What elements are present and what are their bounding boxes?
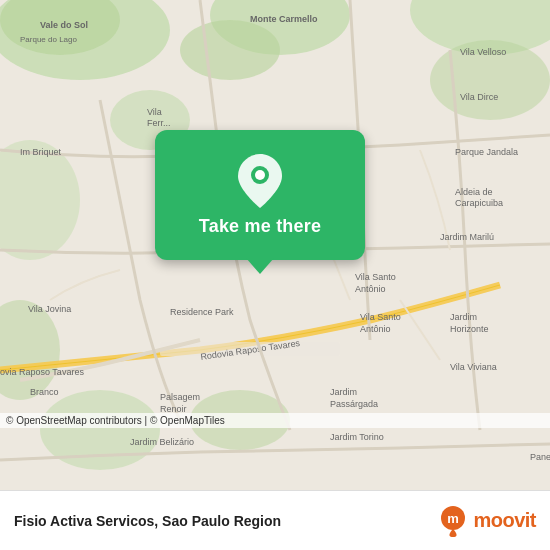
- svg-text:Parque Jandala: Parque Jandala: [455, 147, 518, 157]
- location-title: Fisio Activa Servicos, Sao Paulo Region: [14, 513, 437, 529]
- svg-text:Branco: Branco: [30, 387, 59, 397]
- moovit-icon: m: [437, 505, 469, 537]
- svg-text:Vila Dirce: Vila Dirce: [460, 92, 498, 102]
- location-pin-icon: [238, 154, 282, 208]
- svg-text:Vale do Sol: Vale do Sol: [40, 20, 88, 30]
- svg-text:Jardim: Jardim: [450, 312, 477, 322]
- svg-text:Monte Carmello: Monte Carmello: [250, 14, 318, 24]
- bottom-bar: Fisio Activa Servicos, Sao Paulo Region …: [0, 490, 550, 550]
- svg-text:Jardim: Jardim: [330, 387, 357, 397]
- svg-point-4: [180, 20, 280, 80]
- svg-text:Vila Santo: Vila Santo: [360, 312, 401, 322]
- svg-text:Vila Santo: Vila Santo: [355, 272, 396, 282]
- svg-text:Vila Jovina: Vila Jovina: [28, 304, 71, 314]
- svg-text:Horizonte: Horizonte: [450, 324, 489, 334]
- take-me-there-label: Take me there: [199, 216, 321, 237]
- svg-text:Aldeia de: Aldeia de: [455, 187, 493, 197]
- moovit-logo: m moovit: [437, 505, 536, 537]
- location-info: Fisio Activa Servicos, Sao Paulo Region: [14, 513, 437, 529]
- svg-text:Jardim Torino: Jardim Torino: [330, 432, 384, 442]
- svg-text:Antônio: Antônio: [355, 284, 386, 294]
- moovit-wordmark: moovit: [473, 509, 536, 532]
- svg-text:Ferr...: Ferr...: [147, 118, 171, 128]
- map-attribution: © OpenStreetMap contributors | © OpenMap…: [0, 413, 550, 428]
- svg-text:Vila Velloso: Vila Velloso: [460, 47, 506, 57]
- svg-text:Vila: Vila: [147, 107, 162, 117]
- svg-text:Jardim Marilú: Jardim Marilú: [440, 232, 494, 242]
- svg-text:ovia Raposo Tavares: ovia Raposo Tavares: [0, 367, 84, 377]
- svg-text:Passárgada: Passárgada: [330, 399, 378, 409]
- svg-text:Residence Park: Residence Park: [170, 307, 234, 317]
- svg-text:Im Briquet: Im Briquet: [20, 147, 62, 157]
- svg-text:Jardim Belizário: Jardim Belizário: [130, 437, 194, 447]
- svg-text:Parque do Lago: Parque do Lago: [20, 35, 77, 44]
- svg-text:Antônio: Antônio: [360, 324, 391, 334]
- svg-text:Panel...: Panel...: [530, 452, 550, 462]
- map-container: Rodovia Raposo Tavares Vale do Sol Parqu…: [0, 0, 550, 490]
- svg-text:Carapicuiba: Carapicuiba: [455, 198, 503, 208]
- svg-text:Palsagem: Palsagem: [160, 392, 200, 402]
- take-me-there-button[interactable]: Take me there: [155, 130, 365, 260]
- svg-point-45: [255, 170, 265, 180]
- svg-text:Vila Viviana: Vila Viviana: [450, 362, 497, 372]
- svg-text:m: m: [448, 511, 460, 526]
